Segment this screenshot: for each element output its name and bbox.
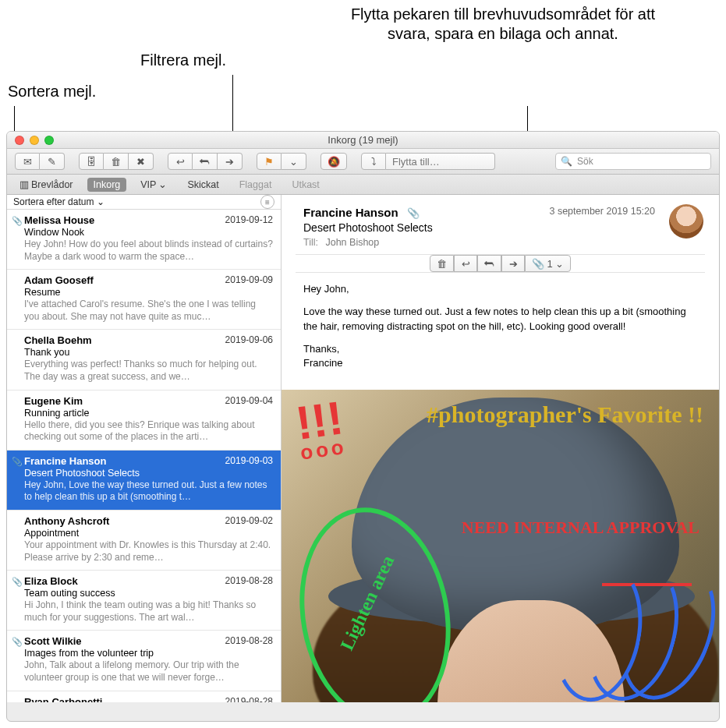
message-body: Hey John, Love the way these turned out.… xyxy=(282,273,719,390)
message-row[interactable]: Adam Gooseff2019-09-09ResumeI've attache… xyxy=(7,270,281,330)
tab-inbox[interactable]: Inkorg xyxy=(87,178,127,192)
message-preview: Hey John! How do you feel about blinds i… xyxy=(24,239,273,263)
annotation-exclaim: !!!ooo xyxy=(292,391,349,465)
forward-button[interactable]: ➔ xyxy=(218,153,243,170)
archive-button[interactable]: 🗄 xyxy=(79,153,104,170)
search-icon: 🔍 xyxy=(561,156,572,167)
annotation-need: NEED INTERNAL APPROVAL xyxy=(462,518,699,536)
archive-icon: 🗄 xyxy=(87,156,97,168)
message-subject: Images from the volunteer trip xyxy=(24,648,273,659)
trash-icon: 🗑 xyxy=(111,156,121,168)
message-date: 2019-08-28 xyxy=(225,575,273,587)
titlebar: Inkorg (19 mejl) xyxy=(7,132,719,149)
search-field[interactable]: 🔍 Sök xyxy=(555,153,711,170)
header-delete-button[interactable]: 🗑 xyxy=(430,255,454,272)
message-date: 2019-08-28 xyxy=(225,696,273,703)
compose-icon: ✎ xyxy=(48,156,56,168)
message-subject: Resume xyxy=(24,287,273,298)
paperclip-icon: 📎 xyxy=(12,457,23,467)
attachments-button[interactable]: 📎 1 ⌄ xyxy=(525,255,570,272)
callout-filter: Filtrera mejl. xyxy=(140,51,226,70)
flag-menu-button[interactable]: ⌄ xyxy=(282,153,306,170)
message-row[interactable]: Eugene Kim2019-09-04Running articleHello… xyxy=(7,391,281,451)
help-callouts: Sortera mejl. Filtrera mejl. Flytta peka… xyxy=(0,0,726,133)
message-row[interactable]: 📎Francine Hanson2019-09-03Desert Photosh… xyxy=(7,451,281,511)
compose-button[interactable]: ✎ xyxy=(40,153,65,170)
message-subject: Team outing success xyxy=(24,588,273,599)
trash-icon: 🗑 xyxy=(437,258,447,270)
callout-header-hover: Flytta pekaren till brevhuvudsområdet fö… xyxy=(335,5,671,44)
reader-to: Till: John Bishop xyxy=(303,237,705,248)
message-from: Chella Boehm xyxy=(24,334,92,346)
reader-date: 3 september 2019 15:20 xyxy=(549,206,655,217)
message-row[interactable]: 📎Scott Wilkie2019-08-28Images from the v… xyxy=(7,631,281,691)
content-split: Sortera efter datum ⌄ ≡ 📎Melissa House20… xyxy=(7,195,719,702)
sort-label: Sortera efter datum xyxy=(13,196,94,207)
message-row[interactable]: Anthony Ashcroft2019-09-02AppointmentYou… xyxy=(7,511,281,571)
annotation-blue-strokes xyxy=(555,562,711,702)
message-subject: Running article xyxy=(24,408,273,419)
message-date: 2019-09-06 xyxy=(225,334,273,346)
get-mail-button[interactable]: ✉︎ xyxy=(15,153,40,170)
message-preview: Hey John, Love the way these turned out.… xyxy=(24,479,273,504)
body-greeting: Hey John, xyxy=(303,282,702,297)
message-from: Adam Gooseff xyxy=(24,274,94,286)
message-from: Melissa House xyxy=(24,214,94,226)
mute-button[interactable]: 🔕 xyxy=(321,153,347,170)
message-row[interactable]: Chella Boehm2019-09-06Thank youEverythin… xyxy=(7,330,281,390)
message-subject: Desert Photoshoot Selects xyxy=(24,468,273,479)
mailboxes-label: Brevlådor xyxy=(31,179,73,190)
move-icon-button[interactable]: ⤵ xyxy=(361,153,386,170)
header-reply-button[interactable]: ↩ xyxy=(454,255,477,272)
filter-button[interactable]: ≡ xyxy=(260,195,274,209)
tab-vip[interactable]: VIP⌄ xyxy=(134,177,173,192)
annotation-favorite: #photographer's Favorite !! xyxy=(427,401,703,427)
message-subject: Window Nook xyxy=(24,227,273,238)
flag-icon: ⚑ xyxy=(264,156,274,168)
reply-all-button[interactable]: ⮪ xyxy=(193,153,218,170)
body-paragraph: Love the way these turned out. Just a fe… xyxy=(303,305,702,334)
favorites-bar: ▥ Brevlådor Inkorg VIP⌄ Skickat Flaggat … xyxy=(7,175,719,195)
mail-window: Inkorg (19 mejl) ✉︎ ✎ 🗄 🗑 ✖ ↩ ⮪ ➔ ⚑ ⌄ 🔕 … xyxy=(6,131,720,722)
move-icon: ⤵ xyxy=(371,156,377,168)
chevron-down-icon: ⌄ xyxy=(97,196,104,207)
tab-drafts[interactable]: Utkast xyxy=(285,178,325,192)
main-toolbar: ✉︎ ✎ 🗄 🗑 ✖ ↩ ⮪ ➔ ⚑ ⌄ 🔕 ⤵ Flytta till… 🔍 … xyxy=(7,149,719,175)
reply-all-icon: ⮪ xyxy=(484,258,494,270)
header-action-bar: 🗑 ↩ ⮪ ➔ 📎 1 ⌄ xyxy=(296,254,705,273)
flag-button[interactable]: ⚑ xyxy=(257,153,282,170)
move-to-button[interactable]: Flytta till… xyxy=(386,153,495,170)
message-from: Ryan Carbonetti xyxy=(24,696,102,703)
message-date: 2019-09-12 xyxy=(225,214,273,226)
sort-menu[interactable]: Sortera efter datum ⌄ xyxy=(13,196,104,207)
attachment-count: 1 xyxy=(547,258,552,270)
chevron-down-icon: ⌄ xyxy=(555,258,564,270)
search-placeholder: Sök xyxy=(577,156,593,167)
junk-button[interactable]: ✖ xyxy=(129,153,154,170)
message-row[interactable]: Ryan Carbonetti2019-08-28Schedule change… xyxy=(7,691,281,703)
message-date: 2019-09-04 xyxy=(225,395,273,407)
tab-flagged[interactable]: Flaggat xyxy=(233,178,278,192)
attachment-image: !!!ooo Lighten area #photographer's Favo… xyxy=(282,390,719,702)
reply-icon: ↩ xyxy=(176,156,185,168)
message-preview: Your appointment with Dr. Knowles is thi… xyxy=(24,539,273,564)
mailboxes-toggle[interactable]: ▥ Brevlådor xyxy=(13,177,80,192)
header-reply-all-button[interactable]: ⮪ xyxy=(477,255,501,272)
reply-button[interactable]: ↩ xyxy=(168,153,193,170)
message-from: Scott Wilkie xyxy=(24,635,82,647)
message-subject: Thank you xyxy=(24,347,273,358)
filter-icon: ≡ xyxy=(265,198,270,207)
message-row[interactable]: 📎Eliza Block2019-08-28Team outing succes… xyxy=(7,571,281,631)
message-date: 2019-09-09 xyxy=(225,274,273,286)
to-label: Till: xyxy=(303,237,318,248)
inbox-icon: ✉︎ xyxy=(23,156,32,168)
header-forward-button[interactable]: ➔ xyxy=(501,255,525,272)
reader-pane: Francine Hanson 📎 Desert Photoshoot Sele… xyxy=(282,195,719,702)
message-row[interactable]: 📎Melissa House2019-09-12Window NookHey J… xyxy=(7,210,281,270)
tab-sent[interactable]: Skickat xyxy=(181,178,225,192)
chevron-down-icon: ⌄ xyxy=(289,156,298,168)
body-sign1: Thanks, xyxy=(303,342,702,357)
chevron-down-icon: ⌄ xyxy=(158,178,167,190)
message-date: 2019-09-03 xyxy=(225,455,273,467)
delete-button[interactable]: 🗑 xyxy=(104,153,129,170)
